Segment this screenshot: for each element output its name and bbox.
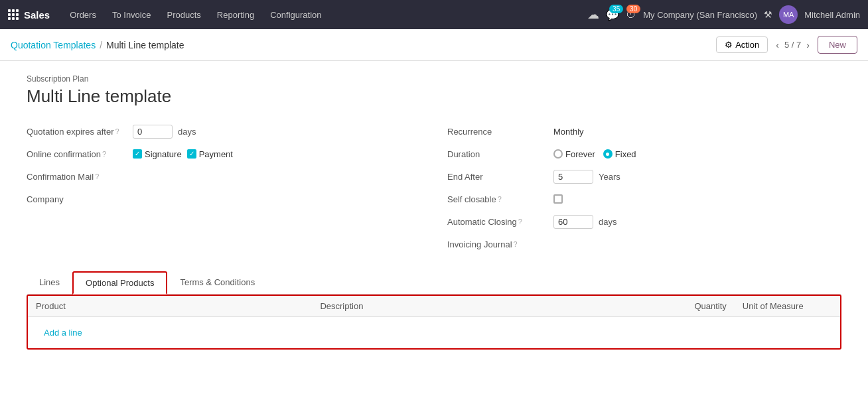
optional-products-table: Product Description Quantity Unit of Mea… xyxy=(28,296,840,348)
gear-icon: ⚙ xyxy=(725,40,733,50)
quotation-expires-unit: days xyxy=(178,127,196,137)
cloud-icon[interactable]: ☁ xyxy=(587,7,599,22)
quotation-expires-input[interactable] xyxy=(133,125,173,139)
online-confirmation-label: Online confirmation ? xyxy=(27,149,133,159)
duration-radio-group: Forever Fixed xyxy=(553,149,636,159)
duration-field: Duration Forever Fixed xyxy=(447,143,841,165)
forever-radio[interactable]: Forever xyxy=(553,149,595,159)
invoicing-journal-label: Invoicing Journal ? xyxy=(447,239,553,249)
forever-radio-circle xyxy=(553,149,563,159)
self-closable-help[interactable]: ? xyxy=(498,195,502,203)
add-line-link[interactable]: Add a line xyxy=(36,322,90,343)
tab-terms-conditions[interactable]: Terms & Conditions xyxy=(167,271,267,295)
subscription-label: Subscription Plan xyxy=(27,74,841,84)
recurrence-value: Monthly xyxy=(553,127,841,137)
fixed-radio-circle xyxy=(603,149,613,159)
quotation-expires-field: Quotation expires after ? days xyxy=(27,120,421,143)
nav-orders[interactable]: Orders xyxy=(63,7,103,23)
confirmation-mail-field: Confirmation Mail ? xyxy=(27,165,421,188)
auto-closing-input[interactable] xyxy=(553,215,593,229)
settings-icon[interactable]: ⚒ xyxy=(764,9,772,20)
tabs-container: Lines Optional Products Terms & Conditio… xyxy=(27,271,841,350)
svg-rect-0 xyxy=(8,9,11,12)
page-info: 5 / 7 xyxy=(784,40,801,50)
next-page-button[interactable]: › xyxy=(804,38,812,52)
auto-closing-label: Automatic Closing ? xyxy=(447,217,553,227)
form-grid: Quotation expires after ? days Online co… xyxy=(27,120,841,255)
payment-label: Payment xyxy=(199,149,233,159)
table-row-empty: Add a line xyxy=(28,317,840,349)
table-body: Add a line xyxy=(28,317,840,349)
confirmation-mail-help[interactable]: ? xyxy=(95,172,99,180)
auto-closing-value: days xyxy=(553,215,841,229)
auto-closing-help[interactable]: ? xyxy=(518,218,522,226)
nav-configuration[interactable]: Configuration xyxy=(263,7,328,23)
fixed-radio[interactable]: Fixed xyxy=(603,149,636,159)
invoicing-journal-help[interactable]: ? xyxy=(514,240,518,248)
signature-checkbox[interactable]: Signature xyxy=(133,149,182,159)
duration-value: Forever Fixed xyxy=(553,149,841,159)
tabs-bar: Lines Optional Products Terms & Conditio… xyxy=(27,271,841,295)
optional-products-table-container: Product Description Quantity Unit of Mea… xyxy=(27,295,841,350)
auto-closing-unit: days xyxy=(599,217,616,227)
quotation-expires-value: days xyxy=(133,125,421,139)
pagination: ‹ 5 / 7 › xyxy=(773,38,812,52)
quotation-expires-help[interactable]: ? xyxy=(115,127,119,135)
breadcrumb-actions: ⚙ Action ‹ 5 / 7 › New xyxy=(716,36,857,54)
nav-to-invoice[interactable]: To Invoice xyxy=(106,7,158,23)
payment-checkbox[interactable]: Payment xyxy=(187,149,233,159)
tab-optional-products[interactable]: Optional Products xyxy=(72,271,167,295)
end-after-field: End After Years xyxy=(447,165,841,188)
online-confirm-help[interactable]: ? xyxy=(102,150,106,158)
activity-icon[interactable]: ⏱ 30 xyxy=(626,9,636,21)
apps-menu-icon[interactable] xyxy=(8,9,19,20)
col-quantity: Quantity xyxy=(637,296,735,317)
self-closable-checkbox[interactable] xyxy=(553,194,563,204)
breadcrumb-separator: / xyxy=(100,40,102,50)
self-closable-value xyxy=(553,194,841,204)
tab-lines[interactable]: Lines xyxy=(27,271,72,295)
payment-checkbox-box xyxy=(187,149,196,159)
svg-rect-8 xyxy=(16,17,19,20)
end-after-input[interactable] xyxy=(553,170,593,184)
auto-closing-field: Automatic Closing ? days xyxy=(447,210,841,233)
online-confirmation-value: Signature Payment xyxy=(133,149,421,159)
svg-rect-7 xyxy=(12,17,15,20)
breadcrumb-bar: Quotation Templates / Multi Line templat… xyxy=(0,29,868,61)
duration-label: Duration xyxy=(447,149,553,159)
col-unit-of-measure: Unit of Measure xyxy=(735,296,840,317)
add-line-cell: Add a line xyxy=(28,317,840,349)
online-confirmation-field: Online confirmation ? Signature Payment xyxy=(27,143,421,165)
forever-label: Forever xyxy=(565,149,595,159)
svg-rect-1 xyxy=(12,9,15,12)
form-right-column: Recurrence Monthly Duration Forever Fixe… xyxy=(447,120,841,255)
company-field: Company xyxy=(27,188,421,210)
new-button[interactable]: New xyxy=(818,36,857,54)
top-navigation: Sales Orders To Invoice Products Reporti… xyxy=(0,0,868,29)
activity-badge: 30 xyxy=(626,5,640,13)
fixed-label: Fixed xyxy=(615,149,636,159)
end-after-value: Years xyxy=(553,170,841,184)
confirmation-mail-label: Confirmation Mail ? xyxy=(27,172,133,182)
end-after-unit: Years xyxy=(599,172,620,182)
end-after-label: End After xyxy=(447,172,553,182)
main-content: Subscription Plan Multi Line template Qu… xyxy=(0,61,868,394)
svg-rect-4 xyxy=(12,13,15,16)
breadcrumb-parent[interactable]: Quotation Templates xyxy=(11,40,96,50)
template-title: Multi Line template xyxy=(27,86,841,107)
self-closable-label: Self closable ? xyxy=(447,194,553,204)
messages-icon[interactable]: 💬 35 xyxy=(606,9,619,21)
messages-badge: 35 xyxy=(609,5,623,13)
nav-products[interactable]: Products xyxy=(160,7,207,23)
user-avatar[interactable]: MA xyxy=(779,5,798,24)
prev-page-button[interactable]: ‹ xyxy=(773,38,782,52)
nav-reporting[interactable]: Reporting xyxy=(210,7,261,23)
breadcrumb: Quotation Templates / Multi Line templat… xyxy=(11,40,184,50)
signature-checkbox-box xyxy=(133,149,142,159)
recurrence-field: Recurrence Monthly xyxy=(447,120,841,143)
form-left-column: Quotation expires after ? days Online co… xyxy=(27,120,421,255)
col-product: Product xyxy=(28,296,312,317)
svg-rect-2 xyxy=(16,9,19,12)
app-name[interactable]: Sales xyxy=(24,9,50,21)
action-button[interactable]: ⚙ Action xyxy=(716,36,768,53)
